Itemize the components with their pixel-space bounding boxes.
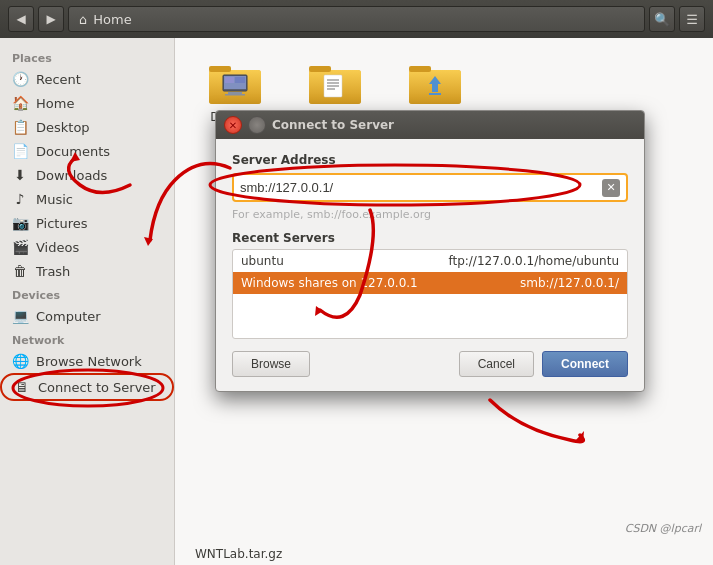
trash-icon: 🗑 — [12, 263, 28, 279]
places-section-label: Places — [0, 46, 174, 67]
recent-servers-label: Recent Servers — [232, 231, 628, 245]
sidebar-item-browse-network-label: Browse Network — [36, 354, 142, 369]
recent-icon: 🕐 — [12, 71, 28, 87]
server-address-hint: For example, smb://foo.example.org — [232, 208, 628, 221]
sidebar-item-computer[interactable]: 💻 Computer — [0, 304, 174, 328]
svg-rect-6 — [225, 94, 245, 96]
server-address-label: Server Address — [232, 153, 628, 167]
music-icon: ♪ — [12, 191, 28, 207]
sidebar-item-downloads-label: Downloads — [36, 168, 107, 183]
sidebar-item-home-label: Home — [36, 96, 74, 111]
sidebar-item-trash[interactable]: 🗑 Trash — [0, 259, 174, 283]
sidebar-item-music-label: Music — [36, 192, 73, 207]
sidebar-item-documents[interactable]: 📄 Documents — [0, 139, 174, 163]
menu-button[interactable]: ☰ — [679, 6, 705, 32]
recent-item-windows-address: smb://127.0.0.1/ — [520, 276, 619, 290]
search-button[interactable]: 🔍 — [649, 6, 675, 32]
sidebar-item-recent-label: Recent — [36, 72, 81, 87]
svg-rect-12 — [309, 66, 331, 72]
menu-icon: ☰ — [686, 12, 698, 27]
search-icon: 🔍 — [654, 12, 670, 27]
network-section-label: Network — [0, 328, 174, 349]
desktop-folder-icon — [209, 62, 261, 106]
sidebar-item-pictures-label: Pictures — [36, 216, 87, 231]
sidebar-item-documents-label: Documents — [36, 144, 110, 159]
sidebar-item-music[interactable]: ♪ Music — [0, 187, 174, 211]
dialog-btn-group: Cancel Connect — [459, 351, 628, 377]
sidebar-item-recent[interactable]: 🕐 Recent — [0, 67, 174, 91]
back-button[interactable]: ◀ — [8, 6, 34, 32]
sidebar-item-browse-network[interactable]: 🌐 Browse Network — [0, 349, 174, 373]
desktop-icon: 📋 — [12, 119, 28, 135]
svg-rect-22 — [429, 93, 441, 95]
sidebar-item-computer-label: Computer — [36, 309, 101, 324]
connect-server-icon: 🖥 — [14, 379, 30, 395]
svg-rect-5 — [228, 92, 242, 94]
sidebar-item-downloads[interactable]: ⬇ Downloads — [0, 163, 174, 187]
svg-rect-20 — [409, 66, 431, 72]
sidebar-item-videos-label: Videos — [36, 240, 79, 255]
sidebar-item-desktop-label: Desktop — [36, 120, 90, 135]
dialog-minimize-button[interactable] — [248, 116, 266, 134]
browse-button[interactable]: Browse — [232, 351, 310, 377]
browse-network-icon: 🌐 — [12, 353, 28, 369]
recent-item-ubuntu-name: ubuntu — [241, 254, 284, 268]
home-icon: ⌂ — [79, 12, 87, 27]
connect-to-server-dialog: ✕ Connect to Server Server Address ✕ For… — [215, 110, 645, 392]
server-address-input-row: ✕ — [232, 173, 628, 202]
server-address-input[interactable] — [240, 177, 598, 198]
connect-button[interactable]: Connect — [542, 351, 628, 377]
svg-rect-9 — [235, 77, 245, 83]
recent-item-ubuntu-address: ftp://127.0.0.1/home/ubuntu — [448, 254, 619, 268]
cancel-button[interactable]: Cancel — [459, 351, 534, 377]
dialog-close-button[interactable]: ✕ — [224, 116, 242, 134]
recent-servers-list: ubuntu ftp://127.0.0.1/home/ubuntu Windo… — [232, 249, 628, 339]
sidebar-item-desktop[interactable]: 📋 Desktop — [0, 115, 174, 139]
dialog-titlebar: ✕ Connect to Server — [216, 111, 644, 139]
videos-icon: 🎬 — [12, 239, 28, 255]
bottom-files: WNTLab.tar.gz — [175, 543, 713, 565]
location-text: Home — [93, 12, 131, 27]
sidebar: Places 🕐 Recent 🏠 Home 📋 Desktop 📄 Docum… — [0, 38, 175, 565]
recent-item-windows[interactable]: Windows shares on 127.0.0.1 smb://127.0.… — [233, 272, 627, 294]
computer-icon: 💻 — [12, 308, 28, 324]
documents-folder-icon — [309, 62, 361, 106]
downloads-folder-icon — [409, 62, 461, 106]
toolbar: ◀ ▶ ⌂ Home 🔍 ☰ — [0, 0, 713, 38]
dialog-buttons: Browse Cancel Connect — [232, 351, 628, 377]
sidebar-item-videos[interactable]: 🎬 Videos — [0, 235, 174, 259]
sidebar-item-connect-server[interactable]: 🖥 Connect to Server — [0, 373, 174, 401]
recent-item-windows-name: Windows shares on 127.0.0.1 — [241, 276, 418, 290]
documents-icon: 📄 — [12, 143, 28, 159]
location-bar[interactable]: ⌂ Home — [68, 6, 645, 32]
svg-rect-2 — [209, 66, 231, 72]
recent-item-ubuntu[interactable]: ubuntu ftp://127.0.0.1/home/ubuntu — [233, 250, 627, 272]
svg-rect-8 — [225, 77, 234, 83]
dialog-body: Server Address ✕ For example, smb://foo.… — [216, 139, 644, 391]
sidebar-item-connect-server-label: Connect to Server — [38, 380, 156, 395]
forward-button[interactable]: ▶ — [38, 6, 64, 32]
home-sidebar-icon: 🏠 — [12, 95, 28, 111]
sidebar-item-home[interactable]: 🏠 Home — [0, 91, 174, 115]
bottom-file-item: WNTLab.tar.gz — [195, 547, 282, 561]
downloads-icon: ⬇ — [12, 167, 28, 183]
pictures-icon: 📷 — [12, 215, 28, 231]
sidebar-item-trash-label: Trash — [36, 264, 70, 279]
devices-section-label: Devices — [0, 283, 174, 304]
sidebar-item-pictures[interactable]: 📷 Pictures — [0, 211, 174, 235]
input-clear-button[interactable]: ✕ — [602, 179, 620, 197]
dialog-title: Connect to Server — [272, 118, 636, 132]
